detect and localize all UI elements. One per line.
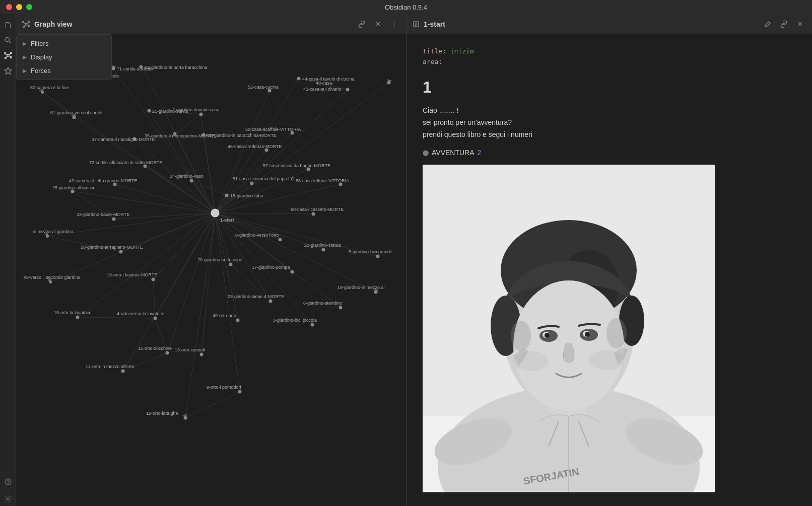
svg-point-103 (268, 89, 272, 93)
note-close-icon[interactable]: ✕ (794, 18, 806, 30)
graph-panel: Graph view ✕ ⋮ ▶ Filters ▶ Display ▶ For… (16, 14, 407, 506)
note-header-icon (413, 21, 420, 28)
note-body-line-1: Ciao ........ ! (423, 105, 796, 117)
svg-point-177 (238, 390, 242, 394)
graph-canvas[interactable]: 71-cortile-sul letto 63-giardino-la port… (16, 34, 406, 506)
filter-display-label: Display (31, 53, 52, 61)
minimize-button[interactable] (16, 4, 22, 10)
svg-point-163 (311, 323, 314, 327)
graph-link-icon[interactable] (356, 18, 368, 30)
svg-point-123 (307, 168, 310, 171)
close-button[interactable] (6, 4, 12, 10)
svg-point-119 (144, 165, 147, 168)
svg-line-23 (24, 25, 26, 26)
note-image: SFORJATIN (423, 165, 715, 493)
frontmatter-title-value: inizio (450, 47, 474, 55)
svg-point-133 (225, 194, 229, 197)
svg-point-115 (291, 131, 294, 135)
svg-point-157 (374, 291, 378, 294)
sidebar-icon-starred[interactable] (1, 63, 15, 78)
svg-point-93 (140, 65, 143, 69)
svg-point-165 (236, 319, 240, 322)
graph-close-icon[interactable]: ✕ (372, 18, 384, 30)
avventura-line: ⬤ AVVENTURA 2 (423, 149, 796, 157)
graph-panel-title: Graph view (34, 20, 352, 28)
svg-point-15 (25, 23, 27, 25)
filter-forces[interactable]: ▶ Forces (17, 64, 111, 78)
svg-point-155 (49, 280, 52, 283)
note-body: Ciao ........ ! sei pronto per un'avvent… (423, 105, 796, 140)
note-heading: 1 (423, 78, 796, 97)
svg-line-10 (6, 56, 8, 58)
svg-line-21 (27, 22, 29, 24)
svg-point-139 (279, 238, 282, 242)
sidebar-icon-files[interactable] (1, 18, 15, 32)
sidebar-icon-settings[interactable] (1, 492, 15, 506)
svg-point-113 (202, 133, 206, 137)
svg-point-117 (265, 149, 268, 152)
svg-point-209 (545, 333, 550, 338)
svg-point-181 (41, 91, 44, 94)
svg-point-183 (73, 116, 76, 119)
titlebar: Obsidian 0.9.4 (0, 0, 812, 14)
svg-point-13 (8, 484, 8, 484)
svg-point-151 (152, 278, 155, 281)
graph-more-icon[interactable]: ⋮ (388, 18, 400, 30)
graph-panel-icon (22, 20, 30, 28)
svg-point-107 (199, 113, 203, 116)
svg-line-22 (27, 25, 29, 26)
note-panel: 1-start ✕ title: inizio area: 1 Ciao ...… (407, 14, 812, 506)
svg-point-173 (200, 353, 204, 356)
svg-point-2 (7, 54, 9, 56)
chevron-filters: ▶ (23, 41, 27, 46)
svg-point-216 (511, 321, 531, 351)
svg-point-111 (133, 137, 137, 141)
sidebar-icon-graph[interactable] (1, 48, 15, 62)
graph-header: Graph view ✕ ⋮ (16, 14, 406, 34)
note-body-line-2: sei pronto per un'avventura? (423, 117, 796, 129)
node-1-start (211, 209, 219, 217)
svg-point-171 (166, 351, 169, 355)
maximize-button[interactable] (26, 4, 32, 10)
note-header: 1-start ✕ (407, 14, 812, 34)
app-title: Obsidian 0.9.4 (385, 4, 427, 11)
filter-forces-label: Forces (31, 67, 51, 75)
filter-display[interactable]: ▶ Display (17, 50, 111, 64)
app-body: Graph view ✕ ⋮ ▶ Filters ▶ Display ▶ For… (0, 14, 812, 506)
svg-line-8 (9, 53, 11, 55)
svg-point-147 (291, 270, 294, 274)
note-content: title: inizio area: 1 Ciao ........ ! se… (407, 34, 812, 506)
chevron-forces: ▶ (23, 68, 27, 74)
note-title: 1-start (424, 20, 758, 28)
note-edit-icon[interactable] (762, 18, 774, 30)
svg-line-9 (9, 56, 11, 57)
svg-point-125 (250, 182, 254, 185)
svg-point-169 (154, 317, 157, 320)
note-body-line-3: prendi questo libro e segui i numeri (423, 129, 796, 141)
svg-point-175 (121, 370, 125, 373)
avventura-link[interactable]: 2 (478, 149, 482, 157)
avventura-label: AVVENTURA (432, 149, 475, 157)
filter-filters-label: Filters (31, 40, 48, 47)
frontmatter-title-key: title: (423, 47, 446, 55)
svg-point-121 (190, 179, 193, 183)
svg-point-14 (7, 498, 9, 500)
svg-point-99 (387, 81, 391, 85)
filter-filters[interactable]: ▶ Filters (17, 37, 111, 50)
avventura-bullet: ⬤ (423, 150, 429, 156)
svg-point-161 (339, 306, 343, 310)
svg-point-153 (46, 235, 49, 238)
sidebar-icon-help[interactable] (1, 475, 15, 489)
svg-line-20 (24, 22, 25, 23)
chevron-display: ▶ (23, 54, 27, 60)
frontmatter-area-key: area: (423, 58, 442, 65)
traffic-lights (6, 4, 32, 10)
svg-point-131 (71, 190, 75, 193)
svg-point-0 (5, 38, 9, 42)
sidebar (0, 14, 16, 506)
svg-point-101 (346, 88, 350, 92)
note-link-icon[interactable] (778, 18, 790, 30)
sidebar-icon-search[interactable] (1, 33, 15, 47)
node-71-cortile (112, 67, 115, 70)
svg-point-149 (119, 250, 123, 254)
